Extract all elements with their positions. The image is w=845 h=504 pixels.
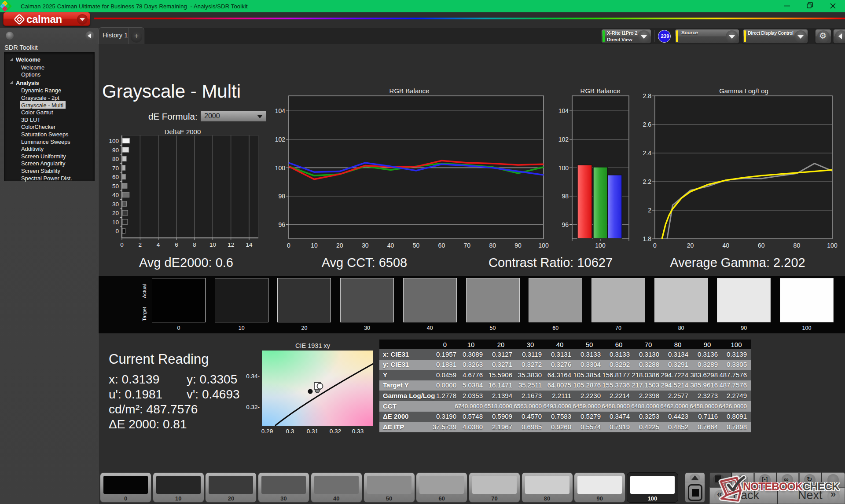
svg-text:0: 0: [653, 242, 657, 249]
svg-text:100: 100: [595, 242, 606, 249]
svg-text:DeltaE 2000: DeltaE 2000: [165, 128, 201, 135]
svg-text:96: 96: [562, 221, 569, 228]
svg-text:2.8: 2.8: [643, 92, 652, 99]
svg-text:RGB Balance: RGB Balance: [389, 87, 430, 95]
svg-text:104: 104: [558, 107, 569, 114]
svg-text:98: 98: [562, 193, 569, 200]
svg-text:30: 30: [112, 201, 119, 208]
svg-text:10: 10: [112, 219, 119, 226]
svg-text:6: 6: [175, 241, 178, 248]
svg-text:100: 100: [538, 242, 549, 249]
svg-text:4: 4: [157, 241, 160, 248]
svg-text:Gamma Log/Log: Gamma Log/Log: [719, 87, 768, 95]
svg-text:10: 10: [209, 241, 216, 248]
svg-text:1.8: 1.8: [643, 235, 652, 242]
svg-text:70: 70: [112, 165, 119, 172]
svg-text:2.4: 2.4: [643, 150, 652, 157]
svg-text:0: 0: [120, 241, 124, 248]
svg-text:50: 50: [112, 183, 119, 190]
svg-text:20: 20: [687, 242, 694, 249]
svg-text:40: 40: [722, 242, 729, 249]
svg-text:80: 80: [112, 156, 119, 162]
svg-text:100: 100: [275, 164, 286, 172]
svg-text:80: 80: [489, 242, 496, 249]
svg-text:96: 96: [278, 221, 285, 228]
svg-text:60: 60: [438, 242, 445, 249]
svg-text:0: 0: [287, 242, 290, 249]
svg-text:40: 40: [387, 242, 394, 249]
svg-text:20: 20: [112, 210, 119, 216]
svg-text:100: 100: [827, 242, 838, 249]
svg-text:50: 50: [413, 242, 420, 249]
svg-text:104: 104: [275, 107, 286, 114]
svg-text:98: 98: [278, 193, 285, 200]
svg-text:RGB Balance: RGB Balance: [580, 87, 621, 95]
svg-text:2.2: 2.2: [643, 178, 652, 185]
svg-text:0: 0: [115, 228, 119, 234]
svg-text:100: 100: [109, 138, 119, 144]
svg-text:70: 70: [464, 242, 471, 249]
svg-text:30: 30: [362, 242, 369, 249]
svg-text:90: 90: [112, 147, 119, 153]
svg-text:2.6: 2.6: [643, 121, 652, 128]
svg-text:2: 2: [648, 207, 651, 214]
svg-text:20: 20: [336, 242, 343, 249]
svg-text:102: 102: [558, 136, 569, 143]
svg-text:60: 60: [758, 242, 765, 249]
svg-text:14: 14: [246, 241, 253, 248]
svg-text:60: 60: [112, 174, 119, 180]
svg-text:12: 12: [228, 241, 234, 248]
svg-text:40: 40: [112, 192, 119, 198]
svg-text:102: 102: [275, 136, 286, 143]
svg-text:90: 90: [514, 242, 522, 249]
svg-text:10: 10: [311, 242, 318, 249]
svg-text:80: 80: [794, 242, 801, 249]
svg-text:2: 2: [139, 241, 142, 248]
svg-text:100: 100: [558, 164, 569, 172]
svg-text:8: 8: [193, 241, 196, 248]
